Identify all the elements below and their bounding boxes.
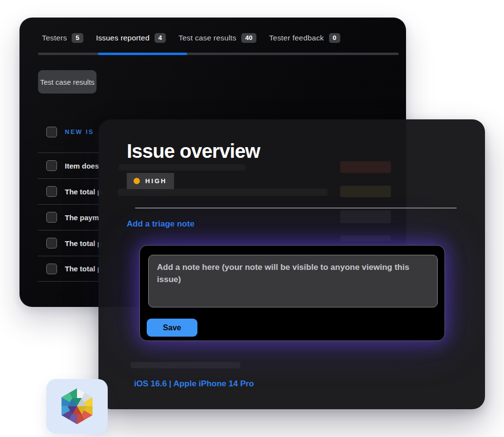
issue-title: The total p (65, 239, 102, 247)
filter-chip-test-case-results[interactable]: Test case results (38, 70, 97, 94)
ghost-text-bar (118, 189, 328, 196)
tab-track (38, 53, 399, 55)
issue-overview-modal: Issue overview HIGH Add a triage note Sa… (98, 119, 485, 409)
high-severity-dot-icon (134, 178, 140, 184)
app-logo (46, 379, 108, 434)
row-checkbox[interactable] (46, 160, 57, 171)
issue-title: The paym (65, 213, 99, 222)
tab-label: Test case results (178, 34, 236, 42)
note-composer: Save (139, 245, 445, 341)
filter-chip-label: Test case results (40, 78, 95, 86)
tab-bar: Testers 5 Issues reported 4 Test case re… (42, 33, 340, 43)
select-all-checkbox[interactable] (46, 127, 57, 137)
save-button[interactable]: Save (147, 319, 197, 337)
issue-title: Item does (65, 162, 99, 170)
tab-test-case-results[interactable]: Test case results 40 (178, 33, 256, 43)
ghost-pill (340, 161, 391, 173)
page: Testers 5 Issues reported 4 Test case re… (0, 0, 504, 437)
device-info-link[interactable]: iOS 16.6 | Apple iPhone 14 Pro (134, 379, 254, 389)
row-checkbox[interactable] (46, 212, 57, 223)
ghost-label-bar (131, 362, 240, 368)
ghost-pill (340, 235, 391, 241)
column-header-new-issues: NEW IS (65, 129, 94, 135)
ghost-pill (340, 210, 391, 223)
tab-issues-reported[interactable]: Issues reported 4 (96, 33, 166, 43)
tab-count-badge: 4 (155, 33, 166, 43)
ghost-pill (340, 186, 391, 197)
tab-label: Tester feedback (269, 34, 324, 42)
row-checkbox[interactable] (46, 186, 57, 197)
ghost-text-bar (119, 164, 246, 171)
tab-count-badge: 0 (329, 33, 341, 43)
add-triage-note-link[interactable]: Add a triage note (127, 219, 194, 229)
hexagon-cubes-logo-icon (55, 383, 99, 430)
tab-testers[interactable]: Testers 5 (42, 33, 83, 43)
section-divider (135, 208, 457, 209)
active-tab-underline (98, 53, 187, 55)
row-checkbox[interactable] (46, 264, 57, 274)
note-input[interactable] (148, 255, 438, 307)
issue-title: The total p (65, 265, 102, 273)
tab-tester-feedback[interactable]: Tester feedback 0 (269, 33, 340, 43)
page-title: Issue overview (127, 140, 260, 162)
severity-label: HIGH (145, 177, 167, 185)
tab-count-badge: 40 (241, 33, 256, 43)
tab-label: Testers (42, 34, 67, 42)
tab-label: Issues reported (96, 34, 150, 42)
tab-count-badge: 5 (72, 33, 83, 43)
issue-list-header: NEW IS (46, 127, 94, 137)
row-checkbox[interactable] (46, 238, 57, 248)
severity-badge: HIGH (127, 173, 174, 189)
issue-title: The total p (65, 188, 102, 196)
